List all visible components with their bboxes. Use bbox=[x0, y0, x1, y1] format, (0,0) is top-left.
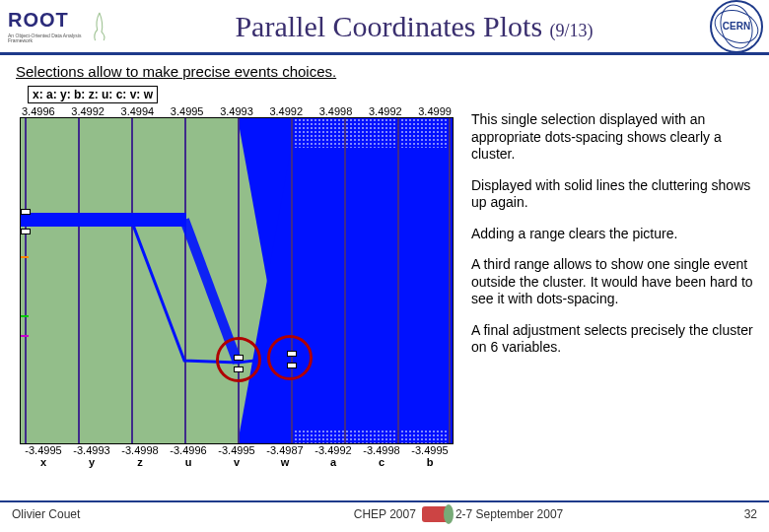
axis-name: z bbox=[118, 456, 162, 468]
paragraph: A third range allows to show one single … bbox=[471, 256, 757, 308]
page-number: 32 bbox=[718, 507, 757, 521]
conference-name: CHEP 2007 bbox=[354, 507, 416, 521]
tick-bot: -3.4993 bbox=[70, 444, 113, 456]
tick-top: 3.4992 bbox=[269, 105, 303, 117]
axis-name: x bbox=[22, 456, 65, 468]
tick-top: 3.4996 bbox=[22, 105, 55, 117]
highlight-circle bbox=[267, 335, 313, 380]
range-tick bbox=[21, 256, 29, 258]
axis-name: w bbox=[263, 456, 307, 468]
explanation-column: This single selection displayed with an … bbox=[454, 105, 761, 468]
root-tree-icon bbox=[89, 8, 110, 45]
tick-bot: -3.4995 bbox=[22, 444, 65, 456]
conference-info: CHEP 2007 2-7 September 2007 bbox=[199, 506, 718, 522]
cern-logo: CERN bbox=[710, 0, 763, 53]
tick-bot: -3.4998 bbox=[360, 444, 403, 456]
tick-top: 3.4994 bbox=[121, 105, 155, 117]
slide-counter: (9/13) bbox=[550, 21, 594, 40]
tick-top: 3.4999 bbox=[418, 105, 452, 117]
tick-top: 3.4992 bbox=[71, 105, 105, 117]
conference-dates: 2-7 September 2007 bbox=[455, 507, 563, 521]
tick-bot: -3.4996 bbox=[167, 444, 210, 456]
range-tick bbox=[21, 335, 29, 337]
axis-expression-box: x: a: y: b: z: u: c: v: w bbox=[28, 86, 158, 103]
axis-name: y bbox=[70, 456, 113, 468]
title-text: Parallel Coordinates Plots bbox=[235, 10, 542, 42]
tick-bot: -3.4987 bbox=[263, 444, 307, 456]
single-event-line bbox=[21, 118, 454, 444]
tick-bot: -3.4995 bbox=[408, 444, 452, 456]
tick-top: 3.4995 bbox=[171, 105, 204, 117]
paragraph: This single selection displayed with an … bbox=[471, 111, 757, 164]
tick-top: 3.4993 bbox=[220, 105, 253, 117]
slide-subtitle: Selections allow to make precise events … bbox=[0, 55, 769, 84]
axis-name: v bbox=[215, 456, 258, 468]
axis-name: u bbox=[167, 456, 210, 468]
slide-header: ROOT An Object-Oriented Data Analysis Fr… bbox=[0, 0, 769, 55]
axis-name: c bbox=[360, 456, 403, 468]
slide-footer: Olivier Couet CHEP 2007 2-7 September 20… bbox=[0, 500, 769, 526]
tick-bot: -3.4995 bbox=[215, 444, 258, 456]
chart-column: 3.4996 3.4992 3.4994 3.4995 3.4993 3.499… bbox=[20, 105, 454, 468]
author: Olivier Couet bbox=[12, 507, 199, 521]
cern-label: CERN bbox=[723, 21, 750, 32]
range-tick bbox=[21, 315, 29, 317]
tick-bot: -3.4998 bbox=[118, 444, 162, 456]
axis-bottom-labels: -3.4995x -3.4993y -3.4998z -3.4996u -3.4… bbox=[20, 444, 454, 468]
range-marker bbox=[21, 229, 31, 234]
root-tagline: An Object-Oriented Data Analysis Framewo… bbox=[8, 33, 85, 44]
content-row: 3.4996 3.4992 3.4994 3.4995 3.4993 3.499… bbox=[0, 105, 769, 468]
highlight-circle bbox=[216, 337, 261, 382]
paragraph: Displayed with solid lines the clutterin… bbox=[471, 177, 757, 212]
range-marker bbox=[21, 209, 31, 215]
tick-top: 3.4992 bbox=[369, 105, 402, 117]
axis-top-labels: 3.4996 3.4992 3.4994 3.4995 3.4993 3.499… bbox=[20, 105, 454, 117]
axis-name: b bbox=[408, 456, 452, 468]
axis-name: a bbox=[312, 456, 355, 468]
paragraph: Adding a range clears the picture. bbox=[471, 226, 757, 243]
tick-top: 3.4998 bbox=[319, 105, 353, 117]
root-logo: ROOT An Object-Oriented Data Analysis Fr… bbox=[0, 4, 118, 49]
root-wordmark: ROOT bbox=[8, 9, 85, 32]
parallel-coordinates-plot bbox=[20, 117, 454, 444]
paragraph: A final adjustment selects precisely the… bbox=[471, 322, 757, 357]
chep-logo-icon bbox=[422, 506, 450, 522]
slide-title: Parallel Coordinates Plots (9/13) bbox=[118, 10, 710, 43]
tick-bot: -3.4992 bbox=[312, 444, 355, 456]
